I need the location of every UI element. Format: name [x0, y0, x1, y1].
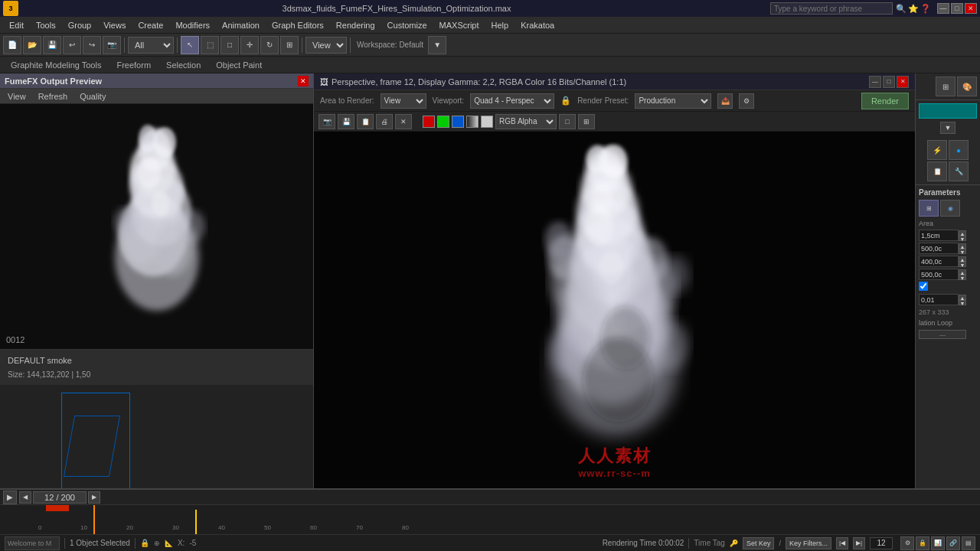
transform-btn[interactable]: ✛	[240, 36, 259, 54]
save-btn[interactable]: 💾	[43, 36, 61, 54]
menu-edit[interactable]: Edit	[3, 17, 30, 34]
frame-input[interactable]	[870, 537, 893, 549]
workspace-dropdown-btn[interactable]: ▼	[428, 36, 446, 54]
timeline-prev-btn[interactable]: ◀	[19, 491, 31, 504]
timeline-track[interactable]: 0 10 20 30 40 50 60 70 80	[0, 505, 980, 534]
param-input-1[interactable]	[919, 230, 959, 241]
menu-graph-editors[interactable]: Graph Editors	[266, 17, 330, 34]
capture-btn[interactable]: 📷	[103, 36, 121, 54]
param-input-2[interactable]	[919, 243, 959, 254]
channel-option-btn[interactable]: □	[559, 114, 576, 129]
preset-save-icon[interactable]: ⚙	[739, 93, 754, 109]
collapse-btn[interactable]: —	[919, 330, 966, 339]
viewport-dropdown[interactable]: Quad 4 - Perspec	[470, 93, 554, 109]
rw-close-btn[interactable]: ✕	[897, 76, 909, 88]
bottom-icon-3[interactable]: 📊	[931, 536, 945, 550]
menu-maxscript[interactable]: MAXScript	[433, 17, 485, 34]
search-input[interactable]	[774, 5, 889, 13]
color-swatch-red[interactable]	[423, 116, 435, 128]
alpha-btn[interactable]	[481, 116, 493, 128]
scale-btn[interactable]: ⊞	[280, 36, 299, 54]
render-copy-btn[interactable]: 📋	[357, 114, 374, 129]
right-scroll-arrow[interactable]: ▼	[940, 122, 956, 134]
right-icon-5[interactable]: 📋	[927, 161, 947, 181]
rw-min-btn[interactable]: —	[869, 76, 881, 88]
menu-views[interactable]: Views	[97, 17, 132, 34]
open-btn[interactable]: 📂	[23, 36, 41, 54]
select-region-btn[interactable]: ⬚	[201, 36, 219, 54]
right-icon-3[interactable]: ⚡	[927, 140, 947, 160]
color-swatch-green[interactable]	[437, 116, 449, 128]
render-button[interactable]: Render	[861, 93, 909, 109]
freeform-tool[interactable]: Freeform	[112, 59, 155, 71]
spin-up-2[interactable]: ▲	[959, 243, 966, 249]
graphite-modeling-tools[interactable]: Graphite Modeling Tools	[6, 59, 106, 71]
rw-max-btn[interactable]: □	[883, 76, 895, 88]
fumefx-menu-quality[interactable]: Quality	[75, 90, 110, 103]
right-icon-1[interactable]: ⊞	[936, 77, 956, 96]
rotate-btn[interactable]: ↻	[260, 36, 279, 54]
close-button[interactable]: ✕	[965, 3, 977, 14]
key-filters-button[interactable]: Key Filters...	[786, 537, 831, 549]
render-save-btn[interactable]: 💾	[338, 114, 354, 129]
spin-up-5[interactable]: ▲	[959, 295, 966, 300]
render-print-btn[interactable]: 🖨	[376, 114, 393, 129]
play-button[interactable]: ▶	[3, 491, 17, 504]
render-close-btn2[interactable]: ✕	[395, 114, 412, 129]
menu-help[interactable]: Help	[485, 17, 515, 34]
bottom-icon-4[interactable]: 🔗	[946, 536, 960, 550]
param-input-3[interactable]	[919, 256, 959, 267]
frame-end-icon[interactable]: |◀	[836, 537, 848, 549]
menu-krakatoa[interactable]: Krakatoa	[514, 17, 560, 34]
spin-up-1[interactable]: ▲	[959, 230, 966, 236]
param-input-4[interactable]	[919, 269, 959, 280]
timeline-next-btn[interactable]: ▶	[88, 491, 100, 504]
mono-btn[interactable]	[466, 116, 479, 128]
menu-animation[interactable]: Animation	[216, 17, 266, 34]
param-tab-2[interactable]: ◉	[940, 200, 960, 217]
right-icon-2[interactable]: 🎨	[957, 77, 977, 96]
spin-down-2[interactable]: ▼	[959, 249, 966, 254]
preset-load-icon[interactable]: 📥	[717, 93, 733, 109]
selection-filter-dropdown[interactable]: All	[128, 37, 174, 54]
render-region-btn[interactable]: 📷	[318, 114, 335, 129]
menu-modifiers[interactable]: Modifiers	[169, 17, 216, 34]
right-icon-4[interactable]: ●	[949, 140, 969, 160]
spin-down-5[interactable]: ▼	[959, 300, 966, 305]
bottom-icon-2[interactable]: 🔒	[916, 536, 929, 550]
menu-rendering[interactable]: Rendering	[330, 17, 381, 34]
right-icon-6[interactable]: 🔧	[949, 161, 969, 181]
spin-up-3[interactable]: ▲	[959, 256, 966, 262]
frame-end-icon2[interactable]: ▶|	[853, 537, 865, 549]
render-preset-dropdown[interactable]: Production	[635, 93, 711, 109]
selection-tool[interactable]: Selection	[162, 59, 205, 71]
param-input-5[interactable]	[919, 294, 959, 305]
undo-btn[interactable]: ↩	[63, 36, 81, 54]
channel-select[interactable]: RGB Alpha	[495, 114, 557, 129]
view-dropdown[interactable]: View	[305, 37, 347, 54]
spin-down-3[interactable]: ▼	[959, 262, 966, 267]
channel-option2-btn[interactable]: ⊞	[578, 114, 595, 129]
spin-up-4[interactable]: ▲	[959, 269, 966, 275]
new-btn[interactable]: 📄	[3, 36, 21, 54]
menu-tools[interactable]: Tools	[30, 17, 62, 34]
select-box-btn[interactable]: □	[220, 36, 239, 54]
redo-btn[interactable]: ↪	[83, 36, 101, 54]
fumefx-menu-view[interactable]: View	[3, 90, 31, 103]
menu-customize[interactable]: Customize	[381, 17, 433, 34]
bottom-icon-1[interactable]: ⚙	[900, 536, 914, 550]
param-checkbox[interactable]	[919, 282, 928, 291]
maximize-button[interactable]: □	[951, 3, 963, 14]
object-paint-tool[interactable]: Object Paint	[211, 59, 266, 71]
param-tab-1[interactable]: ⊞	[919, 200, 939, 217]
area-to-render-dropdown[interactable]: View	[381, 93, 426, 109]
menu-create[interactable]: Create	[132, 17, 169, 34]
color-swatch-blue[interactable]	[452, 116, 464, 128]
select-btn[interactable]: ↖	[181, 36, 199, 54]
set-key-button[interactable]: Set Key	[743, 537, 775, 549]
bottom-icon-5[interactable]: ▤	[962, 536, 975, 550]
menu-group[interactable]: Group	[62, 17, 98, 34]
fumefx-close-button[interactable]: ✕	[298, 76, 309, 86]
fumefx-menu-refresh[interactable]: Refresh	[34, 90, 73, 103]
spin-down-4[interactable]: ▼	[959, 275, 966, 280]
